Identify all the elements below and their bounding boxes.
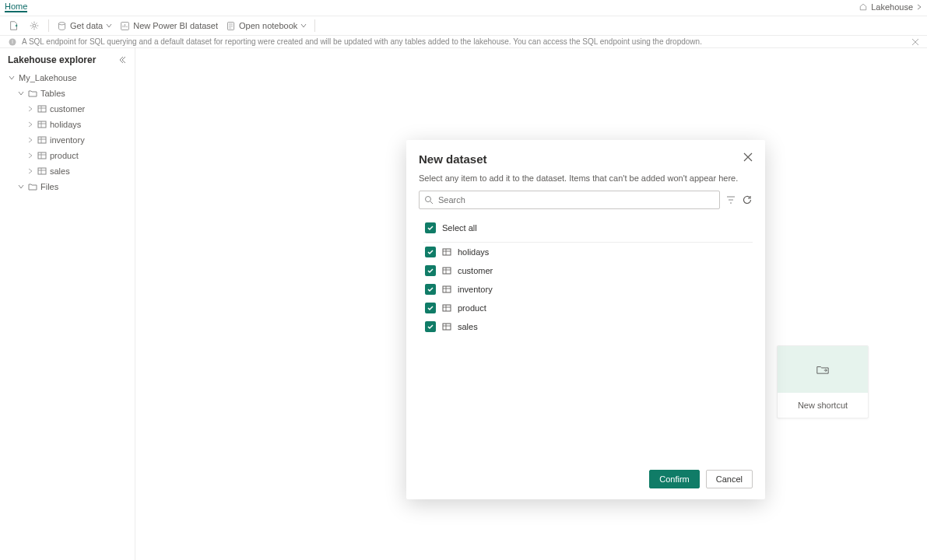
modal-close-button[interactable] bbox=[743, 152, 753, 162]
chevron-right-icon bbox=[26, 136, 34, 144]
collapse-sidebar-button[interactable] bbox=[118, 55, 127, 65]
tree-node-table[interactable]: inventory bbox=[0, 132, 135, 148]
item-label: inventory bbox=[458, 285, 493, 294]
tree-node-table[interactable]: holidays bbox=[0, 117, 135, 132]
toolbar: Get data New Power BI dataset Open noteb… bbox=[0, 16, 927, 36]
chevron-down-icon bbox=[17, 183, 25, 191]
search-input[interactable] bbox=[438, 195, 715, 205]
item-label: holidays bbox=[458, 247, 489, 257]
get-data-button[interactable]: Get data bbox=[57, 21, 112, 31]
search-icon bbox=[424, 195, 434, 205]
select-all-label: Select all bbox=[442, 223, 477, 233]
open-notebook-label: Open notebook bbox=[239, 21, 297, 30]
tree-node-label: Files bbox=[40, 182, 58, 191]
svg-point-0 bbox=[33, 24, 36, 27]
select-all-row[interactable]: Select all bbox=[419, 219, 753, 237]
tree-node-lakehouse[interactable]: My_Lakehouse bbox=[0, 70, 135, 86]
cancel-button[interactable]: Cancel bbox=[706, 470, 753, 488]
chevron-right-icon bbox=[26, 121, 34, 128]
svg-rect-13 bbox=[443, 268, 451, 274]
table-icon bbox=[37, 120, 47, 129]
chevron-right-icon bbox=[916, 4, 922, 10]
notebook-icon bbox=[226, 21, 236, 31]
chevron-down-icon bbox=[300, 23, 307, 29]
checkbox-checked[interactable] bbox=[425, 321, 436, 332]
tree-node-tables[interactable]: Tables bbox=[0, 86, 135, 101]
chevron-down-icon bbox=[8, 74, 16, 82]
info-icon: i bbox=[8, 37, 17, 47]
chevron-down-icon bbox=[17, 89, 25, 97]
chevron-right-icon bbox=[26, 167, 34, 175]
sidebar-title: Lakehouse explorer bbox=[8, 54, 96, 65]
svg-rect-12 bbox=[443, 249, 451, 255]
chevron-right-icon bbox=[26, 105, 34, 113]
modal-footer: Confirm Cancel bbox=[419, 470, 753, 488]
infobar-close-button[interactable] bbox=[911, 38, 919, 46]
explorer-tree: My_Lakehouse Tables customer holidays i bbox=[0, 70, 135, 194]
folder-icon bbox=[28, 89, 37, 98]
tree-node-label: holidays bbox=[50, 120, 81, 129]
shortcut-card-top bbox=[778, 346, 868, 393]
search-box[interactable] bbox=[419, 191, 720, 209]
tree-node-label: My_Lakehouse bbox=[19, 73, 77, 82]
new-file-button[interactable] bbox=[8, 19, 20, 32]
tree-node-label: inventory bbox=[50, 135, 85, 145]
get-data-label: Get data bbox=[70, 21, 103, 30]
svg-rect-15 bbox=[443, 305, 451, 311]
checkbox-checked[interactable] bbox=[425, 222, 436, 233]
tree-node-table[interactable]: product bbox=[0, 148, 135, 163]
infobar-content: i A SQL endpoint for SQL querying and a … bbox=[8, 37, 702, 47]
table-icon bbox=[442, 285, 451, 294]
item-label: product bbox=[458, 303, 486, 313]
table-icon bbox=[37, 151, 47, 160]
tree-node-table[interactable]: customer bbox=[0, 101, 135, 117]
database-icon bbox=[57, 21, 67, 31]
new-shortcut-card[interactable]: New shortcut bbox=[777, 345, 869, 418]
table-icon bbox=[37, 104, 47, 114]
svg-rect-6 bbox=[38, 106, 46, 112]
toolbar-separator bbox=[48, 19, 49, 32]
item-label: customer bbox=[458, 266, 493, 275]
svg-rect-16 bbox=[443, 324, 451, 330]
svg-rect-7 bbox=[38, 121, 46, 128]
modal-title: New dataset bbox=[419, 152, 487, 166]
dataset-item-row[interactable]: holidays bbox=[419, 243, 753, 261]
tree-node-label: customer bbox=[50, 104, 85, 114]
canvas: New shortcut New dataset Select any item… bbox=[135, 48, 927, 560]
new-dataset-label: New Power BI dataset bbox=[133, 21, 218, 30]
refresh-button[interactable] bbox=[742, 194, 753, 205]
sidebar-header: Lakehouse explorer bbox=[0, 48, 135, 70]
workspace-switcher[interactable]: Lakehouse bbox=[859, 2, 922, 12]
svg-point-11 bbox=[426, 197, 431, 202]
dataset-item-row[interactable]: inventory bbox=[419, 280, 753, 299]
checkbox-checked[interactable] bbox=[425, 247, 436, 257]
item-list: Select all holidays customer inventory bbox=[419, 219, 753, 464]
table-icon bbox=[37, 135, 47, 145]
tree-node-files[interactable]: Files bbox=[0, 179, 135, 194]
tree-node-table[interactable]: sales bbox=[0, 163, 135, 179]
svg-point-1 bbox=[58, 22, 65, 24]
modal-header: New dataset bbox=[419, 152, 753, 166]
filter-button[interactable] bbox=[726, 195, 736, 205]
checkbox-checked[interactable] bbox=[425, 265, 436, 276]
tabbar-left: Home bbox=[5, 2, 27, 12]
new-powerbi-dataset-button[interactable]: New Power BI dataset bbox=[120, 21, 218, 31]
item-label: sales bbox=[458, 322, 478, 331]
modal-description: Select any item to add it to the dataset… bbox=[419, 173, 753, 183]
checkbox-checked[interactable] bbox=[425, 284, 436, 295]
tabbar: Home Lakehouse bbox=[0, 2, 927, 12]
dataset-item-row[interactable]: sales bbox=[419, 317, 753, 336]
svg-rect-10 bbox=[38, 168, 46, 174]
open-notebook-button[interactable]: Open notebook bbox=[226, 21, 307, 31]
dataset-item-row[interactable]: customer bbox=[419, 261, 753, 280]
dataset-item-row[interactable]: product bbox=[419, 299, 753, 317]
confirm-button[interactable]: Confirm bbox=[649, 470, 700, 488]
chevron-right-icon bbox=[26, 152, 34, 159]
svg-rect-9 bbox=[38, 152, 46, 159]
tree-node-label: Tables bbox=[40, 89, 65, 98]
tab-home[interactable]: Home bbox=[5, 2, 27, 12]
folder-arrow-icon bbox=[816, 364, 830, 375]
checkbox-checked[interactable] bbox=[425, 303, 436, 313]
new-dataset-modal: New dataset Select any item to add it to… bbox=[406, 140, 765, 499]
settings-button[interactable] bbox=[28, 19, 40, 32]
